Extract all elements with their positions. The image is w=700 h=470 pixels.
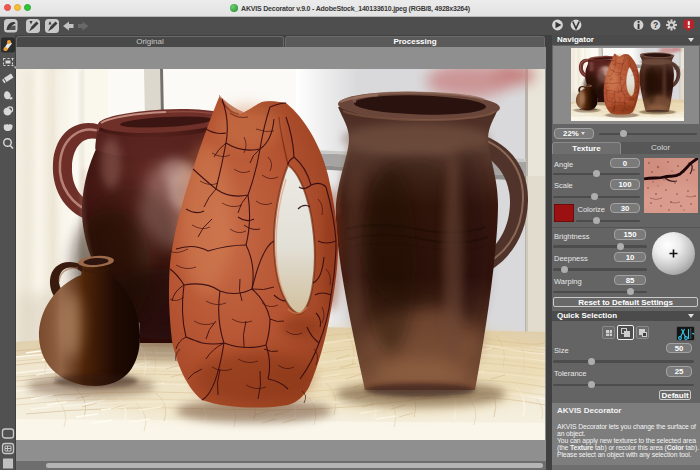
- svg-text:?: ?: [653, 20, 658, 30]
